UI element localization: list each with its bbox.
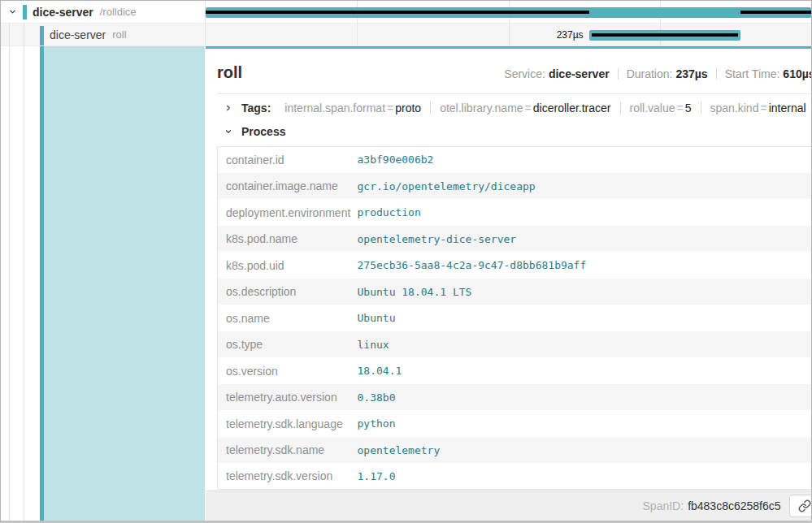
child-duration-label: 237µs bbox=[557, 29, 584, 41]
span-color-fill bbox=[44, 46, 205, 521]
table-row: k8s.pod.uid275ecb36-5aa8-4c2a-9c47-d8bb6… bbox=[218, 252, 812, 279]
timeline-row-roll[interactable]: 237µs bbox=[206, 24, 811, 45]
kv-key: k8s.pod.uid bbox=[218, 252, 358, 279]
span-tree-cell-rolldice[interactable]: dice-server /rolldice bbox=[1, 1, 206, 23]
detail-header: roll Service: dice-server Duration: 237µ… bbox=[217, 62, 812, 83]
start-time-value: 610µs bbox=[783, 67, 812, 80]
timeline-gridline bbox=[509, 24, 510, 45]
indent-guide bbox=[9, 24, 10, 45]
table-row: k8s.pod.nameopentelemetry-dice-server bbox=[218, 226, 812, 253]
tag-key: internal.span.format bbox=[284, 102, 385, 115]
span-operation-title: roll bbox=[217, 62, 242, 83]
tag-item: internal.span.format=proto bbox=[276, 102, 431, 115]
link-icon bbox=[798, 499, 811, 512]
operation-name: roll bbox=[112, 28, 126, 41]
table-row: os.version18.04.1 bbox=[218, 357, 812, 384]
table-row: deployment.environmentproduction bbox=[218, 199, 812, 226]
detail-footer: SpanID: fb483c8c6258f6c5 bbox=[206, 491, 812, 521]
kv-key: os.type bbox=[218, 331, 358, 358]
table-row: telemetry.sdk.nameopentelemetry bbox=[218, 437, 812, 464]
kv-key: telemetry.auto.version bbox=[218, 384, 358, 411]
service-name: dice-server bbox=[33, 6, 93, 19]
indent-guide bbox=[24, 24, 24, 45]
timeline-row-rolldice[interactable] bbox=[206, 1, 811, 23]
tag-equals: = bbox=[523, 102, 533, 115]
trace-detail-window: dice-server /rolldice dice-server roll 2… bbox=[0, 0, 812, 523]
span-row-rolldice[interactable]: dice-server /rolldice bbox=[1, 1, 811, 24]
tag-item: roll.value=5 bbox=[621, 102, 701, 115]
kv-key: os.name bbox=[218, 305, 358, 331]
tags-toggle[interactable]: Tags: internal.span.format=proto otel.li… bbox=[217, 102, 812, 115]
service-label: Service: bbox=[504, 67, 545, 80]
tag-summary-list: internal.span.format=proto otel.library.… bbox=[276, 102, 812, 115]
tag-item: span.kind=internal bbox=[701, 102, 812, 115]
process-toggle[interactable]: Process bbox=[217, 125, 812, 138]
chevron-right-icon bbox=[220, 104, 237, 112]
parent-critical-right bbox=[740, 11, 811, 14]
kv-value: Ubuntu 18.04.1 LTS bbox=[358, 279, 812, 305]
kv-value: 1.17.0 bbox=[358, 463, 812, 490]
chevron-down-icon bbox=[220, 128, 237, 136]
kv-value: linux bbox=[358, 331, 812, 358]
kv-key: os.description bbox=[218, 279, 358, 305]
tag-equals: = bbox=[675, 102, 685, 115]
service-name: dice-server bbox=[50, 28, 106, 41]
selected-span-gutter bbox=[1, 46, 206, 521]
duration-label: Duration: bbox=[627, 67, 673, 80]
table-row: os.typelinux bbox=[218, 331, 812, 358]
tag-value: proto bbox=[395, 102, 421, 115]
main-area: roll Service: dice-server Duration: 237µ… bbox=[1, 46, 811, 521]
table-row: telemetry.sdk.version1.17.0 bbox=[218, 463, 812, 490]
chevron-down-icon[interactable] bbox=[4, 7, 20, 16]
operation-name: /rolldice bbox=[100, 6, 137, 18]
parent-span-bar[interactable] bbox=[206, 7, 811, 18]
kv-value: 275ecb36-5aa8-4c2a-9c47-d8bb681b9aff bbox=[358, 252, 812, 279]
child-critical-path bbox=[592, 33, 738, 37]
tag-value: internal bbox=[769, 102, 806, 115]
child-span-bar[interactable] bbox=[589, 30, 740, 41]
span-row-roll[interactable]: dice-server roll 237µs bbox=[1, 24, 811, 46]
span-id-value: fb483c8c6258f6c5 bbox=[688, 499, 780, 512]
kv-value: 18.04.1 bbox=[358, 357, 812, 384]
process-label: Process bbox=[241, 125, 285, 138]
kv-value: Ubuntu bbox=[358, 305, 812, 331]
kv-value: production bbox=[358, 199, 812, 226]
timeline-gridline bbox=[357, 24, 358, 45]
kv-value: python bbox=[358, 410, 812, 437]
table-row: os.descriptionUbuntu 18.04.1 LTS bbox=[218, 279, 812, 305]
tag-key: otel.library.name bbox=[440, 102, 523, 115]
kv-key: k8s.pod.name bbox=[218, 226, 358, 253]
detail-body: roll Service: dice-server Duration: 237µ… bbox=[206, 49, 812, 491]
indent-guide bbox=[24, 46, 24, 521]
tag-value: 5 bbox=[685, 102, 692, 115]
service-color-block bbox=[23, 5, 27, 19]
table-row: container.ida3bf90e006b2 bbox=[218, 146, 812, 173]
deep-link-button[interactable] bbox=[789, 495, 812, 517]
span-id-label: SpanID: bbox=[643, 499, 684, 512]
kv-key: deployment.environment bbox=[218, 199, 358, 226]
tag-key: roll.value bbox=[630, 102, 675, 115]
section-divider bbox=[217, 93, 812, 94]
process-kv-table: container.ida3bf90e006b2 container.image… bbox=[217, 146, 812, 491]
tag-equals: = bbox=[385, 102, 395, 115]
table-row: telemetry.auto.version0.38b0 bbox=[218, 384, 812, 411]
stat-divider bbox=[716, 68, 717, 80]
kv-key: telemetry.sdk.version bbox=[218, 463, 358, 490]
duration-value: 237µs bbox=[675, 67, 707, 80]
kv-key: telemetry.sdk.name bbox=[218, 437, 358, 464]
kv-key: telemetry.sdk.language bbox=[218, 410, 358, 437]
parent-critical-left bbox=[206, 11, 589, 14]
span-tree-cell-roll[interactable]: dice-server roll bbox=[1, 24, 206, 45]
tag-equals: = bbox=[758, 102, 768, 115]
kv-value: 0.38b0 bbox=[358, 384, 812, 411]
kv-value: opentelemetry-dice-server bbox=[358, 226, 812, 253]
tag-key: span.kind bbox=[710, 102, 759, 115]
service-color-bar bbox=[40, 26, 44, 45]
tag-item: otel.library.name=diceroller.tracer bbox=[431, 102, 620, 115]
kv-value: gcr.io/opentelemetry/diceapp bbox=[358, 173, 812, 200]
kv-key: container.image.name bbox=[218, 173, 358, 200]
table-row: os.nameUbuntu bbox=[218, 305, 812, 331]
service-value: dice-server bbox=[549, 67, 610, 80]
stat-divider bbox=[618, 68, 619, 80]
kv-value: a3bf90e006b2 bbox=[358, 146, 812, 173]
